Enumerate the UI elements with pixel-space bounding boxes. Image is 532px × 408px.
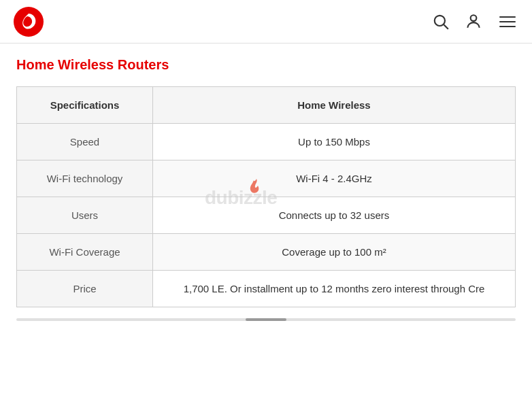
row-label: Wi-Fi technology: [17, 160, 153, 197]
row-value: Wi-Fi 4 - 2.4GHz: [153, 160, 516, 197]
navbar-icons: [431, 12, 518, 31]
row-label: Wi-Fi Coverage: [17, 234, 153, 271]
user-icon[interactable]: [464, 12, 483, 31]
table-row: UsersConnects up to 32 users: [17, 197, 516, 234]
table-header-row: Specifications Home Wireless: [17, 87, 516, 124]
svg-line-2: [444, 24, 448, 29]
row-label: Speed: [17, 124, 153, 160]
hamburger-menu-icon[interactable]: [497, 14, 518, 30]
row-label: Users: [17, 197, 153, 234]
row-label: Price: [17, 271, 153, 307]
vodafone-logo[interactable]: [14, 7, 44, 37]
specs-table: Specifications Home Wireless SpeedUp to …: [16, 86, 516, 307]
page-title: Home Wireless Routers: [16, 57, 516, 73]
navbar: [0, 0, 532, 44]
row-value: Up to 150 Mbps: [153, 124, 516, 160]
col-header-specs: Specifications: [17, 87, 153, 124]
search-icon[interactable]: [431, 12, 450, 31]
table-row: Wi-Fi technologyWi-Fi 4 - 2.4GHz: [17, 160, 516, 197]
svg-point-3: [471, 15, 477, 21]
row-value: Connects up to 32 users: [153, 197, 516, 234]
table-row: SpeedUp to 150 Mbps: [17, 124, 516, 160]
row-value: 1,700 LE. Or installment up to 12 months…: [153, 271, 516, 307]
svg-point-1: [435, 15, 445, 25]
main-content: Home Wireless Routers Specifications Hom…: [0, 44, 532, 348]
table-row: Price1,700 LE. Or installment up to 12 m…: [17, 271, 516, 307]
scrollbar-thumb: [246, 318, 286, 321]
specs-table-wrapper: Specifications Home Wireless SpeedUp to …: [16, 86, 516, 307]
table-row: Wi-Fi CoverageCoverage up to 100 m²: [17, 234, 516, 271]
scrollbar[interactable]: [16, 318, 516, 321]
row-value: Coverage up to 100 m²: [153, 234, 516, 271]
col-header-product: Home Wireless: [153, 87, 516, 124]
